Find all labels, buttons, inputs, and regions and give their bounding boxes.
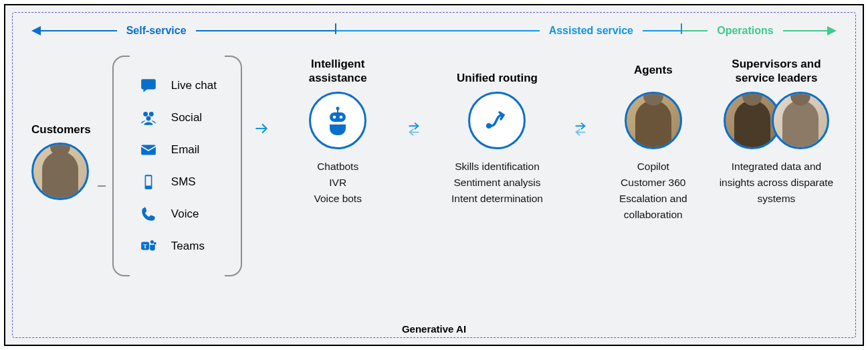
people-group-icon <box>138 108 159 127</box>
feature-item: IVR <box>314 175 362 191</box>
spectrum-line-self <box>196 30 335 32</box>
unified-routing-column: Unified routing Skills identification Se… <box>433 56 560 207</box>
feature-item: Voice bots <box>314 191 362 207</box>
features-list: Chatbots IVR Voice bots <box>314 159 362 207</box>
bracket-right-icon <box>225 56 242 276</box>
agents-column: Agents Copilot Customer 360 Escalation a… <box>600 56 707 223</box>
spectrum-label-assisted-service: Assisted service <box>540 25 643 37</box>
channels-list: Live chat Social Email SMS <box>136 71 218 261</box>
spectrum-line-assisted <box>643 30 681 32</box>
arrow-right-icon <box>251 120 272 137</box>
svg-rect-3 <box>141 145 156 155</box>
features-list: Skills identification Sentiment analysis… <box>451 159 543 207</box>
spectrum-label-self-service: Self-service <box>117 25 196 37</box>
intelligent-assistance-column: Intelligent assistance Chatbots IVR Voic… <box>281 56 395 207</box>
column-title: Agents <box>634 56 673 85</box>
channel-voice: Voice <box>138 205 217 224</box>
svg-rect-12 <box>330 112 346 122</box>
spectrum-divider <box>681 23 683 34</box>
feature-item: Customer 360 <box>600 175 707 191</box>
phone-device-icon <box>138 173 159 191</box>
channel-email: Email <box>138 141 217 159</box>
generative-ai-label: Generative AI <box>13 323 855 335</box>
envelope-icon <box>138 141 159 159</box>
routing-icon <box>468 92 526 149</box>
channel-label: Voice <box>171 207 199 221</box>
svg-point-1 <box>149 112 154 116</box>
channel-label: Social <box>171 111 202 124</box>
spectrum-label-operations: Operations <box>708 25 782 37</box>
svg-point-0 <box>143 112 148 116</box>
feature-item: Skills identification <box>451 159 543 175</box>
supervisors-column: Supervisors and service leaders Integrat… <box>716 56 837 207</box>
bidirectional-arrow-icon <box>570 120 590 137</box>
channel-teams: T Teams <box>138 237 217 256</box>
feature-item: Escalation and collaboration <box>600 191 707 223</box>
supervisor-photos <box>724 92 829 159</box>
spectrum-divider <box>335 23 337 34</box>
bracket-left-icon <box>112 56 130 276</box>
bot-icon <box>309 92 366 149</box>
bidirectional-arrow-icon <box>404 120 424 137</box>
svg-text:T: T <box>143 243 147 250</box>
customers-column: Customers <box>31 122 91 209</box>
customer-photo <box>31 143 89 200</box>
spectrum-line-assisted <box>336 30 539 32</box>
chat-bubble-icon <box>138 76 159 95</box>
channels-bracket-group: Live chat Social Email SMS <box>112 56 242 276</box>
features-list: Copilot Customer 360 Escalation and coll… <box>600 159 707 223</box>
svg-point-9 <box>154 242 156 245</box>
customers-title: Customers <box>31 122 91 137</box>
generative-ai-boundary: Self-service Assisted service Operations… <box>12 12 856 338</box>
teams-icon: T <box>138 237 159 256</box>
connector-line <box>98 185 106 187</box>
channel-label: SMS <box>171 175 196 189</box>
channel-live-chat: Live chat <box>138 76 217 95</box>
channel-sms: SMS <box>138 173 217 191</box>
features-text: Integrated data and insights across disp… <box>716 159 837 207</box>
svg-point-13 <box>333 116 336 119</box>
arrow-left-icon <box>31 26 41 35</box>
phone-handset-icon <box>138 205 159 224</box>
column-title: Intelligent assistance <box>281 56 395 85</box>
flow-row: Customers Live chat Social <box>31 56 837 276</box>
feature-item: Intent determination <box>451 191 543 207</box>
spectrum-line-self <box>41 30 117 32</box>
arrow-right-icon <box>827 26 837 35</box>
channel-social: Social <box>138 108 217 127</box>
svg-rect-11 <box>337 109 338 112</box>
channel-label: Live chat <box>171 79 217 92</box>
feature-item: Sentiment analysis <box>451 175 543 191</box>
customers-group: Customers Live chat Social <box>31 56 242 276</box>
supervisor-photo <box>772 92 829 149</box>
svg-point-2 <box>146 116 150 121</box>
service-spectrum: Self-service Assisted service Operations <box>31 25 837 37</box>
channel-label: Email <box>171 143 200 157</box>
channel-label: Teams <box>171 240 205 253</box>
column-title: Supervisors and service leaders <box>716 56 837 85</box>
svg-point-8 <box>150 240 154 244</box>
agent-photo <box>625 92 682 149</box>
spectrum-line-ops <box>682 30 708 32</box>
feature-item: Copilot <box>600 159 707 175</box>
svg-rect-5 <box>146 176 151 185</box>
svg-point-14 <box>340 116 343 119</box>
column-title: Unified routing <box>457 56 538 85</box>
spectrum-line-ops <box>783 30 827 32</box>
diagram-frame: Self-service Assisted service Operations… <box>4 4 864 346</box>
feature-item: Chatbots <box>314 159 362 175</box>
